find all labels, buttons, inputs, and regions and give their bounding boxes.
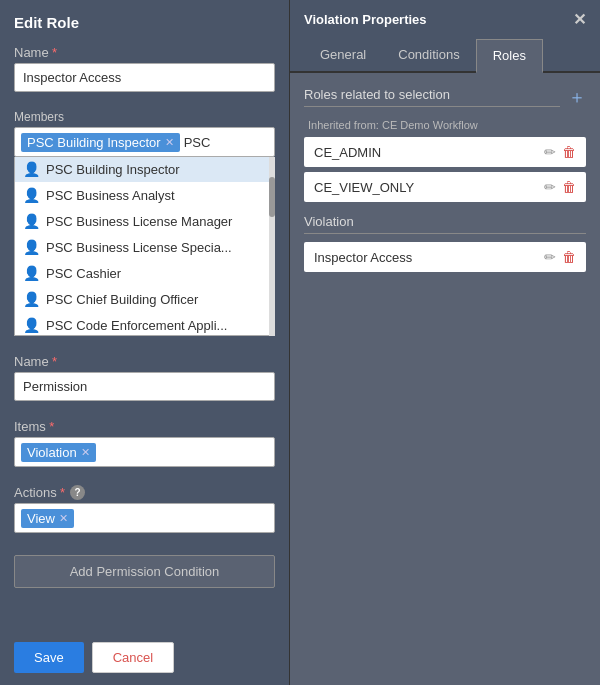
- actions-help-icon[interactable]: ?: [70, 485, 85, 500]
- right-panel-title: Violation Properties: [304, 12, 427, 27]
- role-actions: ✏ 🗑: [544, 179, 576, 195]
- items-field: Items * Violation ✕: [14, 419, 275, 467]
- person-icon: 👤: [23, 187, 40, 203]
- person-icon: 👤: [23, 213, 40, 229]
- permission-name-required: *: [52, 354, 57, 369]
- list-item[interactable]: 👤 PSC Cashier: [15, 260, 274, 286]
- right-header: Violation Properties ✕: [290, 0, 600, 39]
- role-name: Inspector Access: [314, 250, 412, 265]
- violation-section: Violation Inspector Access ✏ 🗑: [304, 214, 586, 272]
- name-required: *: [52, 45, 57, 60]
- role-delete-icon[interactable]: 🗑: [562, 144, 576, 160]
- tab-roles[interactable]: Roles: [476, 39, 543, 73]
- actions-label-row: Actions * ?: [14, 485, 275, 500]
- members-input-box[interactable]: PSC Building Inspector ✕: [14, 127, 275, 157]
- role-name: CE_ADMIN: [314, 145, 381, 160]
- roles-section-title: Roles related to selection: [304, 87, 560, 107]
- members-search-input[interactable]: [184, 135, 268, 150]
- violation-properties-panel: Violation Properties ✕ General Condition…: [290, 0, 600, 685]
- edit-role-panel: Edit Role Name * Members PSC Building In…: [0, 0, 290, 685]
- permission-name-input[interactable]: [14, 372, 275, 401]
- members-field: Members PSC Building Inspector ✕ 👤 PSC B…: [14, 110, 275, 336]
- list-item[interactable]: 👤 PSC Chief Building Officer: [15, 286, 274, 312]
- person-icon: 👤: [23, 317, 40, 333]
- save-button[interactable]: Save: [14, 642, 84, 673]
- members-dropdown: 👤 PSC Building Inspector 👤 PSC Business …: [14, 157, 275, 336]
- person-icon: 👤: [23, 265, 40, 281]
- permission-name-field: Name *: [14, 354, 275, 401]
- roles-section-header: Roles related to selection ＋: [304, 85, 586, 109]
- role-name: CE_VIEW_ONLY: [314, 180, 414, 195]
- members-label: Members: [14, 110, 275, 124]
- actions-box[interactable]: View ✕: [14, 503, 275, 533]
- right-body: Roles related to selection ＋ Inherited f…: [290, 73, 600, 685]
- actions-tag[interactable]: View ✕: [21, 509, 74, 528]
- role-item: Inspector Access ✏ 🗑: [304, 242, 586, 272]
- name-input[interactable]: [14, 63, 275, 92]
- person-icon: 👤: [23, 161, 40, 177]
- list-item[interactable]: 👤 PSC Business Analyst: [15, 182, 274, 208]
- name-label: Name *: [14, 45, 275, 60]
- cancel-button[interactable]: Cancel: [92, 642, 174, 673]
- actions-required: *: [60, 485, 65, 500]
- tab-general[interactable]: General: [304, 39, 382, 73]
- person-icon: 👤: [23, 291, 40, 307]
- list-item[interactable]: 👤 PSC Code Enforcement Appli...: [15, 312, 274, 336]
- dropdown-list: 👤 PSC Building Inspector 👤 PSC Business …: [14, 157, 275, 336]
- role-actions: ✏ 🗑: [544, 249, 576, 265]
- violation-section-title: Violation: [304, 214, 586, 234]
- member-tag-remove[interactable]: ✕: [165, 136, 174, 149]
- actions-field: Actions * ? View ✕: [14, 485, 275, 533]
- items-label: Items *: [14, 419, 275, 434]
- items-box[interactable]: Violation ✕: [14, 437, 275, 467]
- name-field: Name *: [14, 45, 275, 92]
- list-item[interactable]: 👤 PSC Business License Manager: [15, 208, 274, 234]
- items-required: *: [49, 419, 54, 434]
- person-icon: 👤: [23, 239, 40, 255]
- bottom-buttons: Save Cancel: [14, 642, 174, 673]
- tabs-row: General Conditions Roles: [290, 39, 600, 73]
- add-role-button[interactable]: ＋: [568, 85, 586, 109]
- permission-name-label: Name *: [14, 354, 275, 369]
- role-delete-icon[interactable]: 🗑: [562, 249, 576, 265]
- role-item: CE_ADMIN ✏ 🗑: [304, 137, 586, 167]
- panel-title: Edit Role: [14, 14, 275, 31]
- tab-conditions[interactable]: Conditions: [382, 39, 475, 73]
- role-edit-icon[interactable]: ✏: [544, 144, 556, 160]
- role-edit-icon[interactable]: ✏: [544, 179, 556, 195]
- role-delete-icon[interactable]: 🗑: [562, 179, 576, 195]
- close-button[interactable]: ✕: [573, 10, 586, 29]
- scrollbar-track: [269, 157, 275, 336]
- list-item[interactable]: 👤 PSC Building Inspector: [15, 157, 274, 182]
- member-tag[interactable]: PSC Building Inspector ✕: [21, 133, 180, 152]
- add-permission-button[interactable]: Add Permission Condition: [14, 555, 275, 588]
- actions-tag-remove[interactable]: ✕: [59, 512, 68, 525]
- scrollbar-thumb[interactable]: [269, 177, 275, 217]
- actions-label: Actions *: [14, 485, 65, 500]
- items-tag-remove[interactable]: ✕: [81, 446, 90, 459]
- list-item[interactable]: 👤 PSC Business License Specia...: [15, 234, 274, 260]
- role-edit-icon[interactable]: ✏: [544, 249, 556, 265]
- inherited-roles-list: CE_ADMIN ✏ 🗑 CE_VIEW_ONLY ✏ 🗑: [304, 137, 586, 202]
- role-actions: ✏ 🗑: [544, 144, 576, 160]
- items-tag[interactable]: Violation ✕: [21, 443, 96, 462]
- role-item: CE_VIEW_ONLY ✏ 🗑: [304, 172, 586, 202]
- inherited-label: Inherited from: CE Demo Workflow: [304, 119, 586, 131]
